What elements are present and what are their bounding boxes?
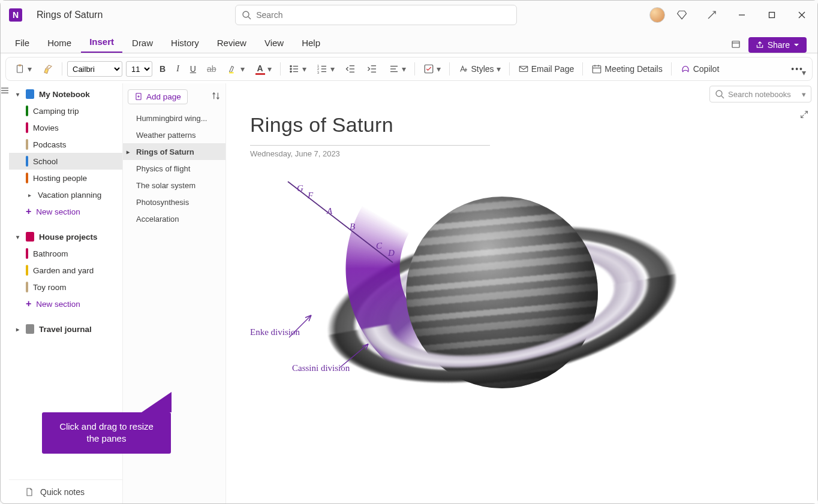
page-item[interactable]: Physics of flight <box>123 160 225 177</box>
tab-file[interactable]: File <box>7 33 38 53</box>
styles-button[interactable]: Styles▾ <box>455 60 504 78</box>
notebook-label: Travel journal <box>39 325 92 334</box>
strikethrough-button[interactable]: ab <box>203 60 220 78</box>
tab-view[interactable]: View <box>256 33 292 53</box>
tab-review[interactable]: Review <box>209 33 255 53</box>
font-select[interactable]: Cailbri <box>67 61 122 77</box>
svg-point-42 <box>716 90 722 96</box>
page-item-label: Hummingbird wing... <box>136 114 207 123</box>
page-item[interactable]: ▸Rings of Saturn <box>123 143 225 160</box>
svg-rect-8 <box>17 65 23 73</box>
share-button[interactable]: Share <box>748 37 807 53</box>
add-page-label: Add page <box>146 92 181 101</box>
highlight-button[interactable]: ▾ <box>224 60 248 78</box>
section-hosting-people[interactable]: Hosting people <box>9 170 122 186</box>
page-item-label: Rings of Saturn <box>136 147 194 156</box>
notebook-label: My Notebook <box>39 90 90 99</box>
notebook-house-projects[interactable]: ▾ House projects <box>9 228 122 245</box>
notebook-travel-journal[interactable]: ▸ Travel journal <box>9 321 122 337</box>
ribbon-expand-icon[interactable]: ▾ <box>798 64 810 82</box>
user-avatar[interactable] <box>649 7 665 23</box>
indent-button[interactable] <box>363 60 381 78</box>
window-minimize[interactable] <box>729 3 755 27</box>
notebook-icon <box>26 324 34 334</box>
svg-rect-9 <box>19 65 22 67</box>
svg-rect-6 <box>732 41 739 47</box>
sort-pages-button[interactable] <box>211 91 221 102</box>
tab-draw[interactable]: Draw <box>124 33 161 53</box>
saturn-rings-front <box>273 179 730 430</box>
search-box[interactable]: Search <box>235 5 517 25</box>
section-camping-trip[interactable]: Camping trip <box>9 102 122 119</box>
svg-rect-33 <box>519 67 528 72</box>
ribbon-tabs: File Home Insert Draw History Review Vie… <box>1 29 817 53</box>
section-garden[interactable]: Garden and yard <box>9 262 122 279</box>
font-size-select[interactable]: 11 <box>126 61 152 77</box>
ring-label-a: A <box>327 206 332 216</box>
section-bathroom[interactable]: Bathroom <box>9 245 122 262</box>
section-toy-room[interactable]: Toy room <box>9 279 122 295</box>
new-section-button[interactable]: +New section <box>9 203 122 220</box>
tab-help[interactable]: Help <box>293 33 329 53</box>
section-school[interactable]: School <box>9 153 122 170</box>
underline-button[interactable]: U <box>187 60 200 78</box>
search-icon <box>715 89 724 99</box>
annotation-cassini: Cassini division <box>292 363 350 373</box>
expand-page-icon[interactable] <box>799 110 809 121</box>
premium-icon[interactable] <box>669 3 695 27</box>
chevron-down-icon: ▾ <box>14 91 21 98</box>
resize-panes-tooltip: Click and drag to resize the panes <box>42 412 171 454</box>
todo-tag-button[interactable]: ▾ <box>420 60 444 78</box>
add-page-button[interactable]: Add page <box>128 89 188 104</box>
svg-point-13 <box>290 71 291 72</box>
nav-toggle[interactable] <box>1 83 9 503</box>
chevron-down-icon: ▾ <box>14 234 21 240</box>
copilot-button[interactable]: Copilot <box>676 60 723 78</box>
ring-label-b: B <box>350 222 355 232</box>
tab-history[interactable]: History <box>163 33 207 53</box>
section-label: School <box>33 157 58 166</box>
page-illustration: G F A B C D Enke division Cassini divisi… <box>250 173 730 442</box>
tab-home[interactable]: Home <box>39 33 80 53</box>
search-notebooks-box[interactable]: Search notebooks ▾ <box>709 86 811 102</box>
page-item[interactable]: The solar system <box>123 177 225 194</box>
align-button[interactable]: ▾ <box>385 60 410 78</box>
numbering-button[interactable]: 123▾ <box>314 60 338 78</box>
new-section-button[interactable]: +New section <box>9 295 122 312</box>
outdent-button[interactable] <box>342 60 360 78</box>
tab-insert[interactable]: Insert <box>81 32 122 53</box>
app-icon <box>9 8 22 22</box>
svg-text:3: 3 <box>317 71 319 74</box>
fullscreen-read-icon[interactable] <box>730 39 741 52</box>
font-color-button[interactable]: A▾ <box>252 60 275 78</box>
page-item[interactable]: Photosynthesis <box>123 194 225 210</box>
page-title[interactable]: Rings of Saturn <box>250 113 793 137</box>
section-podcasts[interactable]: Podcasts <box>9 136 122 153</box>
page-item[interactable]: Hummingbird wing... <box>123 110 225 126</box>
notebook-label: House projects <box>39 233 98 242</box>
paste-button[interactable]: ▾ <box>11 60 35 78</box>
meeting-details-button[interactable]: Meeting Details <box>588 60 666 78</box>
quick-notes-button[interactable]: Quick notes <box>9 479 122 503</box>
italic-button[interactable]: I <box>173 60 183 78</box>
section-movies[interactable]: Movies <box>9 119 122 136</box>
coming-soon-icon[interactable] <box>699 3 725 27</box>
ring-label-d: D <box>388 248 395 258</box>
window-close[interactable] <box>789 3 815 27</box>
page-item[interactable]: Weather patterns <box>123 126 225 143</box>
window-maximize[interactable] <box>759 3 785 27</box>
notebook-my-notebook[interactable]: ▾ My Notebook <box>9 86 122 102</box>
section-swatch <box>26 105 28 116</box>
svg-point-12 <box>290 68 291 70</box>
bullets-button[interactable]: ▾ <box>285 60 310 78</box>
section-group-vacation-planning[interactable]: ▸Vacation planning <box>9 186 122 203</box>
page-canvas[interactable]: Search notebooks ▾ Rings of Saturn Wedne… <box>226 83 817 503</box>
section-label: Hosting people <box>33 174 87 183</box>
new-section-label: New section <box>36 300 80 309</box>
page-item[interactable]: Accelaration <box>123 210 225 227</box>
bold-button[interactable]: B <box>156 60 169 78</box>
share-label: Share <box>768 40 790 50</box>
format-painter-button[interactable] <box>39 60 57 78</box>
search-placeholder: Search <box>256 10 282 20</box>
email-page-button[interactable]: Email Page <box>515 60 578 78</box>
